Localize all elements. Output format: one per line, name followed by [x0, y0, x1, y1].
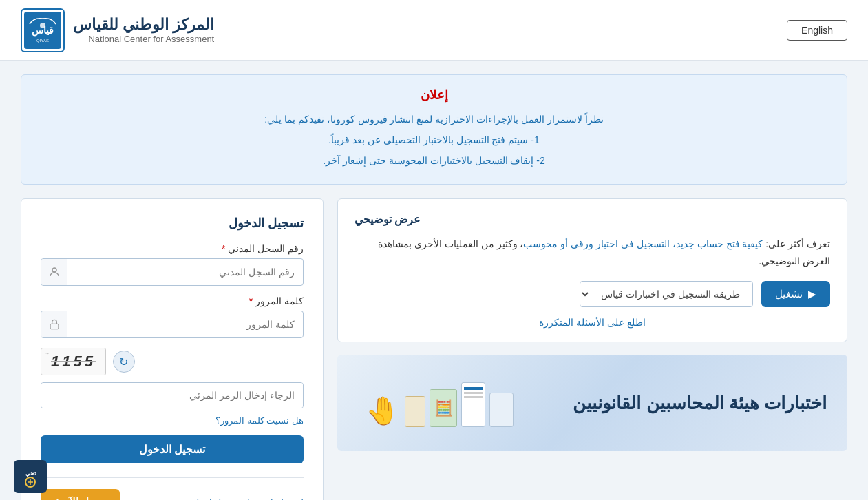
announcement-line-2: 2- إيقاف التسجيل بالاختبارات المحوسبة حت… — [42, 151, 826, 170]
announcement-text: نظراً لاستمرار العمل بالإجراءات الاحتراز… — [42, 110, 826, 170]
demo-section: عرض توضيحي تعرف أكثر على: كيفية فتح حساب… — [337, 198, 847, 342]
svg-text:تقني: تقني — [25, 470, 36, 477]
no-account-text: ليس لديك حساب في (قياس) — [195, 497, 304, 501]
demo-controls: ▶ تشغيل طريقة التسجيل في اختبارات قياس — [354, 281, 830, 307]
lock-icon — [41, 311, 67, 337]
svg-rect-5 — [50, 324, 59, 329]
section-divider — [41, 477, 304, 478]
english-button[interactable]: English — [787, 20, 847, 41]
announcement-title: إعلان — [42, 87, 826, 103]
password-label: كلمة المرور * — [41, 295, 304, 306]
register-button[interactable]: سجل الآن ! — [41, 489, 120, 500]
logo-container: المركز الوطني للقياس National Center for… — [21, 8, 214, 52]
captcha-display: ~ 1155 — [41, 348, 106, 375]
left-column: عرض توضيحي تعرف أكثر على: كيفية فتح حساب… — [337, 198, 847, 451]
announcement-line-1: 1- سيتم فتح التسجيل بالاختبار التحصيلي ع… — [42, 130, 826, 149]
id-required: * — [222, 243, 225, 254]
banner-image: اختبارات هيئة المحاسبين القانونيين 🧮 — [337, 355, 847, 451]
refresh-captcha-button[interactable]: ↻ — [113, 351, 135, 373]
banner-text: اختبارات هيئة المحاسبين القانونيين — [573, 393, 827, 414]
captcha-input-wrapper — [41, 382, 304, 408]
footer-logo-svg: تقني — [14, 460, 47, 493]
id-label: رقم السجل المدني * — [41, 243, 304, 254]
announcement-banner: إعلان نظراً لاستمرار العمل بالإجراءات ال… — [21, 74, 847, 185]
password-input-wrapper — [41, 311, 304, 338]
password-input[interactable] — [67, 312, 303, 337]
svg-point-3 — [40, 23, 45, 28]
play-button[interactable]: ▶ تشغيل — [761, 281, 830, 307]
demo-description: تعرف أكثر على: كيفية فتح حساب جديد، التس… — [354, 236, 830, 270]
footer-logo: تقني — [14, 460, 47, 493]
header: English المركز الوطني للقياس National Ce… — [0, 0, 868, 61]
demo-body: تعرف أكثر على: كيفية فتح حساب جديد، التس… — [354, 236, 830, 328]
login-button[interactable]: تسجيل الدخول — [41, 435, 304, 463]
login-title: تسجيل الدخول — [41, 216, 304, 231]
password-required: * — [249, 295, 253, 306]
logo-text: المركز الوطني للقياس National Center for… — [73, 16, 214, 44]
logo-arabic: المركز الوطني للقياس — [73, 16, 214, 34]
captcha-area: ↻ ~ 1155 — [41, 348, 304, 375]
id-form-group: رقم السجل المدني * — [41, 243, 304, 286]
password-form-group: كلمة المرور * — [41, 295, 304, 338]
right-column: تسجيل الدخول رقم السجل المدني * — [21, 198, 324, 500]
id-input-wrapper — [41, 258, 304, 286]
faq-link[interactable]: اطلع على الأسئلة المتكررة — [354, 317, 830, 328]
two-col-layout: عرض توضيحي تعرف أكثر على: كيفية فتح حساب… — [21, 198, 847, 500]
id-input[interactable] — [67, 260, 303, 284]
main-content: إعلان نظراً لاستمرار العمل بالإجراءات ال… — [0, 61, 868, 500]
banner-illustration: 🧮 ✋ — [358, 379, 514, 427]
demo-link[interactable]: كيفية فتح حساب جديد، التسجيل في اختبار و… — [523, 238, 763, 249]
logo-icon: قياس QIYAS — [21, 8, 65, 52]
announcement-line-0: نظراً لاستمرار العمل بالإجراءات الاحتراز… — [42, 110, 826, 129]
play-label: تشغيل — [775, 288, 803, 300]
qiyas-logo-svg: قياس QIYAS — [24, 12, 61, 49]
svg-text:QIYAS: QIYAS — [36, 39, 49, 43]
captcha-input[interactable] — [41, 383, 303, 408]
demo-title: عرض توضيحي — [354, 213, 830, 226]
demo-dropdown[interactable]: طريقة التسجيل في اختبارات قياس — [580, 281, 753, 307]
svg-point-4 — [52, 268, 56, 272]
logo-english: National Center for Assessment — [73, 34, 214, 44]
login-section: تسجيل الدخول رقم السجل المدني * — [21, 198, 324, 500]
register-row: ليس لديك حساب في (قياس) سجل الآن ! — [41, 489, 304, 500]
user-icon — [41, 259, 67, 285]
play-icon: ▶ — [808, 288, 816, 300]
forgot-password-link[interactable]: هل نسيت كلمة المرور؟ — [41, 415, 304, 426]
